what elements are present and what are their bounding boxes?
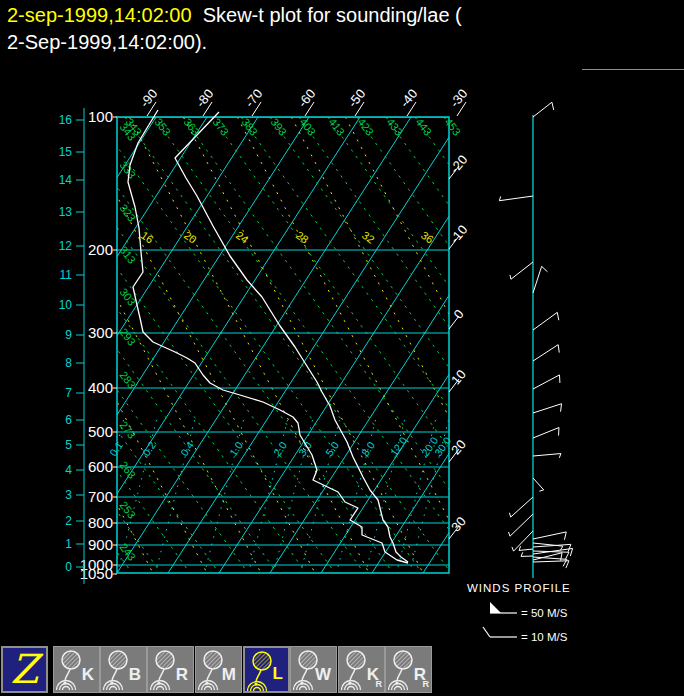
toolbar-button-z[interactable]: Z <box>1 646 48 693</box>
dry-adiabat-top-label: 373 <box>210 116 231 138</box>
isotherm-top-label: -50 <box>345 86 369 110</box>
moist-adiabat-labels: 162024283236 <box>139 229 436 246</box>
isotherm-right-label: 30 <box>448 514 469 535</box>
isotherm-right-label: 0 <box>450 307 466 322</box>
wind-barb <box>533 404 562 413</box>
dry-adiabat-left-label: 333 <box>117 159 138 181</box>
dry-adiabat-line <box>386 117 684 573</box>
wind-barb <box>533 266 542 293</box>
dry-adiabat-left-label: 263 <box>117 459 138 481</box>
grid-lines <box>0 117 684 574</box>
moist-adiabat-line <box>129 117 369 573</box>
toolbar-button-k[interactable]: K <box>53 646 100 693</box>
moist-adiabat-line <box>21 117 261 573</box>
wind-barb <box>533 375 559 389</box>
mixing-ratio-labels: 0.10.20.41.02.03.05.08.012.020.030.0 <box>107 434 454 458</box>
toolbar-button-l[interactable]: L <box>243 646 290 693</box>
pressure-label: 700 <box>88 488 113 505</box>
dry-adiabat-top-label: 363 <box>181 116 202 138</box>
moist-adiabat-line <box>237 117 477 573</box>
toolbar-button-letter: K <box>82 666 94 683</box>
dry-adiabat-left-label: 253 <box>117 499 138 521</box>
toolbar-button-k-r[interactable]: KR <box>338 646 385 693</box>
wind-barb <box>533 478 544 490</box>
pressure-label: 800 <box>88 514 113 531</box>
skewt-plot: 1002003004005006007008009001000105001234… <box>0 0 684 646</box>
dry-adiabat-line <box>125 117 451 573</box>
isotherm-top-label: -70 <box>242 86 266 110</box>
toolbar-button-subscript: R <box>376 680 383 689</box>
toolbar-button-m[interactable]: M <box>195 646 242 693</box>
dry-adiabat-top-label: 413 <box>326 116 347 138</box>
height-label: 16 <box>59 113 73 127</box>
app-logo-z: Z <box>3 646 46 693</box>
legend-full-barb-symbol <box>483 627 490 637</box>
mixing-ratio-label: 2.0 <box>271 439 289 458</box>
isotherm-line <box>423 117 684 573</box>
toolbar-button-letter: L <box>273 665 283 682</box>
isotherm-right-label: 20 <box>448 437 469 458</box>
dry-adiabat-top-label: 393 <box>268 116 289 138</box>
dry-adiabat-line <box>67 117 393 573</box>
height-label: 0 <box>65 560 72 574</box>
pressure-label: 400 <box>88 379 113 396</box>
pressure-axis-labels: 10020030040050060070080090010001050 <box>80 108 117 582</box>
dry-adiabat-line <box>212 117 538 573</box>
wind-barb <box>514 531 533 551</box>
pressure-label: 1050 <box>80 565 113 582</box>
mixing-ratio-label: 12.0 <box>388 434 410 458</box>
height-label: 2 <box>65 514 72 528</box>
pressure-label: 500 <box>88 423 113 440</box>
moist-adiabat-label: 16 <box>139 229 156 246</box>
wind-barb <box>510 514 533 536</box>
toolbar-button-letter: B <box>129 666 141 683</box>
wind-barb <box>533 454 561 456</box>
dry-adiabat-top-label: 403 <box>297 116 318 138</box>
dry-adiabat-line <box>154 117 480 573</box>
wind-profile <box>499 102 572 578</box>
dry-adiabat-left-label: 313 <box>117 244 138 266</box>
isotherm-labels-right: -20-100102030 <box>447 152 471 539</box>
toolbar-button-r-r[interactable]: RR <box>385 646 432 693</box>
dry-adiabat-line <box>444 117 684 573</box>
wind-barb <box>533 102 552 117</box>
height-label: 13 <box>59 205 73 219</box>
moist-adiabat-line <box>183 117 423 573</box>
height-label: 4 <box>65 463 72 477</box>
wind-barb <box>499 196 533 201</box>
dry-adiabat-line <box>183 117 509 573</box>
isotherm-line <box>525 117 684 573</box>
isotherm-right-label: 10 <box>448 367 469 388</box>
height-label: 7 <box>65 386 72 400</box>
height-label: 14 <box>59 173 73 187</box>
height-label: 6 <box>65 413 72 427</box>
legend-flag-symbol <box>490 602 501 613</box>
toolbar-button-letter: W <box>315 666 331 683</box>
dry-adiabat-line <box>357 117 683 573</box>
wind-barb <box>533 428 559 438</box>
toolbar-button-r[interactable]: R <box>147 646 194 693</box>
dry-adiabat-top-label: 433 <box>384 116 405 138</box>
isotherm-line <box>321 117 615 573</box>
wind-barb <box>533 532 566 539</box>
dry-adiabat-line <box>270 117 596 573</box>
dry-adiabat-line <box>328 117 654 573</box>
height-label: 9 <box>65 328 72 342</box>
mixing-ratio-label: 8.0 <box>359 439 377 458</box>
dry-adiabat-top-label: 443 <box>413 116 434 138</box>
mixing-ratio-label: 0.1 <box>107 439 125 458</box>
moist-adiabat-line <box>345 117 585 573</box>
wind-barb <box>519 549 533 550</box>
pressure-label: 300 <box>88 324 113 341</box>
height-label: 1 <box>65 537 72 551</box>
isotherm-top-label: -30 <box>447 86 471 110</box>
moist-adiabat-label: 24 <box>234 229 251 246</box>
isotherm-line <box>168 117 462 573</box>
isotherm-right-label: -10 <box>447 222 471 246</box>
toolbar-button-w[interactable]: W <box>290 646 337 693</box>
toolbar-button-b[interactable]: B <box>100 646 147 693</box>
dry-adiabat-line <box>0 117 161 573</box>
temperature-trace <box>175 112 408 562</box>
dry-adiabat-left-label: 273 <box>117 419 138 441</box>
toolbar-button-letter: M <box>222 666 236 683</box>
